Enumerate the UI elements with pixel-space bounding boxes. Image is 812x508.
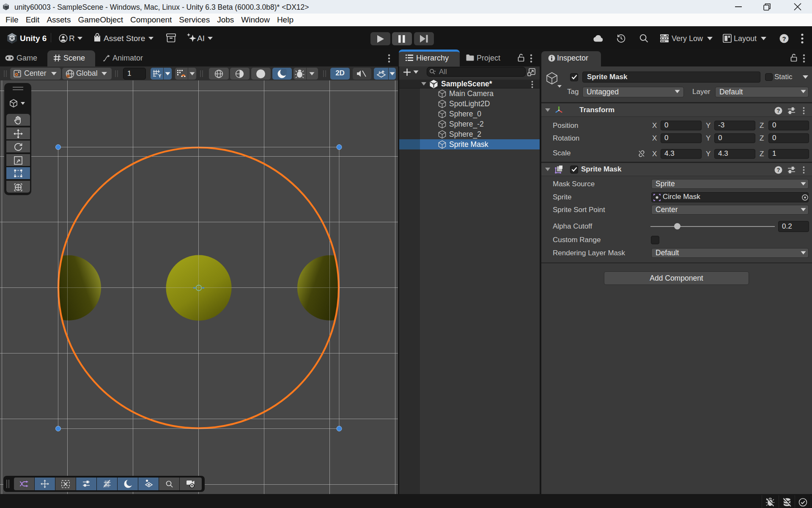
svg-text:?: ? bbox=[777, 167, 780, 173]
svg-text:Y: Y bbox=[158, 73, 162, 78]
svg-text:?: ? bbox=[777, 108, 780, 114]
svg-text:?: ? bbox=[782, 35, 786, 42]
